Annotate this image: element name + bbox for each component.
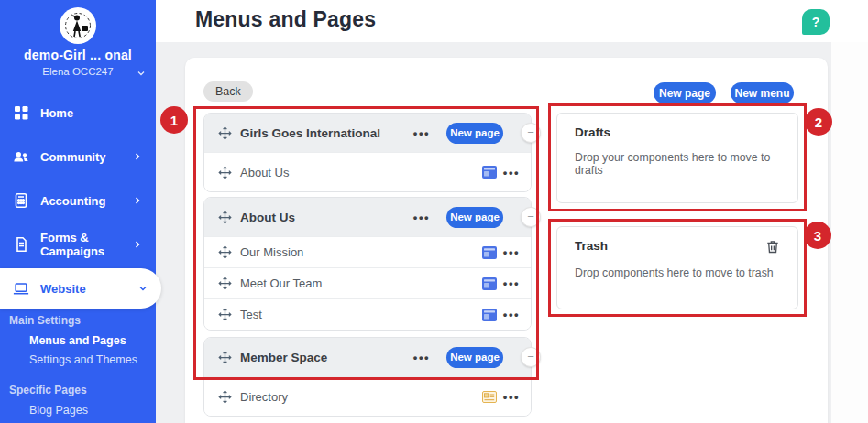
- right-panel-edge: [831, 42, 868, 423]
- move-handle-icon[interactable]: [218, 390, 232, 404]
- move-handle-icon[interactable]: [218, 166, 232, 179]
- menu-group-girls-goes-international: Girls Goes International ••• New page − …: [203, 113, 532, 192]
- chevron-down-icon: [137, 283, 148, 294]
- move-handle-icon[interactable]: [218, 126, 232, 140]
- annotation-badge-3: 3: [804, 222, 831, 249]
- page-row-label: Our Mission: [240, 245, 303, 259]
- more-options-button[interactable]: •••: [413, 352, 430, 363]
- more-options-button[interactable]: •••: [503, 391, 520, 403]
- sidebar: demo-Girl ... onal Elena OCC247 Home Com…: [0, 0, 156, 423]
- sidebar-item-label: Accounting: [40, 194, 106, 208]
- trash-icon[interactable]: [765, 239, 780, 255]
- sidebar-subnav: Main Settings Menus and Pages Settings a…: [0, 309, 156, 420]
- trash-title: Trash: [575, 239, 608, 253]
- page-layout-icon: [482, 277, 497, 290]
- menu-group-title: Member Space: [240, 351, 327, 364]
- new-page-button[interactable]: New page: [654, 82, 716, 103]
- page-row-label: Test: [240, 308, 262, 321]
- menu-group-header: Girls Goes International ••• New page −: [204, 114, 531, 152]
- back-button[interactable]: Back: [203, 81, 253, 102]
- collapse-button[interactable]: −: [521, 347, 541, 367]
- sidebar-item-label: Home: [40, 106, 73, 120]
- page-row[interactable]: Meet Our Team •••: [204, 267, 531, 298]
- trash-description: Drop components here to move to trash: [575, 266, 780, 279]
- page-row-label: Meet Our Team: [240, 277, 322, 290]
- move-handle-icon[interactable]: [218, 277, 232, 290]
- menu-group-header: Member Space ••• New page −: [204, 338, 531, 376]
- menu-group-member-space: Member Space ••• New page − Directory ••…: [203, 337, 532, 417]
- chevron-right-icon: [132, 239, 143, 250]
- menus-and-pages-card: Back New page New menu Girls Goes Intern…: [185, 58, 828, 423]
- page-row[interactable]: About Us •••: [204, 152, 531, 191]
- more-options-button[interactable]: •••: [503, 246, 520, 258]
- user-switcher[interactable]: Elena OCC247: [0, 66, 156, 77]
- sidebar-item-label: Community: [40, 150, 106, 164]
- sidebar-item-accounting[interactable]: Accounting: [0, 179, 156, 222]
- sidebar-item-label: Website: [40, 282, 86, 296]
- more-options-button[interactable]: •••: [413, 127, 430, 139]
- collapse-button[interactable]: −: [521, 207, 541, 227]
- move-handle-icon[interactable]: [218, 308, 232, 321]
- help-button[interactable]: ?: [802, 9, 830, 35]
- drafts-description: Drop your components here to move to dra…: [575, 151, 780, 177]
- page-layout-icon: [482, 166, 497, 179]
- page-row-label: About Us: [240, 166, 289, 179]
- chevron-right-icon: [132, 195, 143, 206]
- sidebar-item-menus-and-pages[interactable]: Menus and Pages: [0, 331, 156, 351]
- home-grid-icon: [13, 104, 29, 121]
- sidebar-item-website[interactable]: Website: [0, 268, 161, 309]
- page-row[interactable]: Our Mission •••: [204, 236, 531, 267]
- directory-card-icon: [482, 390, 497, 403]
- sidebar-item-community[interactable]: Community: [0, 135, 156, 179]
- community-people-icon: [13, 148, 29, 165]
- sidebar-item-home[interactable]: Home: [0, 91, 156, 135]
- menu-group-title: Girls Goes International: [240, 126, 380, 140]
- move-handle-icon[interactable]: [218, 351, 232, 364]
- move-handle-icon[interactable]: [218, 211, 232, 224]
- annotation-badge-2: 2: [805, 108, 832, 136]
- page-layout-icon: [482, 246, 497, 259]
- page-row[interactable]: Directory •••: [204, 376, 531, 416]
- new-page-button[interactable]: New page: [446, 123, 503, 144]
- org-title: demo-Girl ... onal: [0, 48, 156, 62]
- more-options-button[interactable]: •••: [413, 212, 430, 223]
- new-page-button[interactable]: New page: [446, 207, 503, 228]
- new-page-button[interactable]: New page: [446, 347, 503, 368]
- laptop-icon: [13, 280, 29, 297]
- sidebar-item-blog-pages[interactable]: Blog Pages: [0, 401, 156, 420]
- app-window: demo-Girl ... onal Elena OCC247 Home Com…: [0, 0, 868, 423]
- chevron-down-icon: [136, 68, 147, 79]
- calculator-icon: [13, 192, 29, 209]
- sidebar-item-forms-campaigns[interactable]: Forms & Campaigns: [0, 222, 156, 266]
- more-options-button[interactable]: •••: [503, 309, 520, 320]
- subnav-header-specific-pages: Specific Pages: [0, 379, 156, 401]
- page-row[interactable]: Test •••: [204, 298, 531, 330]
- sidebar-item-settings-and-themes[interactable]: Settings and Themes: [0, 351, 156, 370]
- page-title: Menus and Pages: [195, 7, 376, 32]
- new-menu-button[interactable]: New menu: [731, 82, 794, 103]
- sidebar-nav: Home Community Accounting For: [0, 91, 156, 309]
- page-header: Menus and Pages ?: [156, 0, 868, 42]
- page-row-label: Directory: [240, 390, 288, 404]
- menu-group-title: About Us: [240, 211, 295, 224]
- more-options-button[interactable]: •••: [503, 277, 520, 289]
- annotation-badge-1: 1: [160, 106, 188, 134]
- move-handle-icon[interactable]: [218, 245, 232, 259]
- menu-group-about-us: About Us ••• New page − Our Mission ••• …: [203, 197, 532, 331]
- collapse-button[interactable]: −: [521, 123, 541, 143]
- page-layout-icon: [482, 309, 497, 321]
- drafts-title: Drafts: [575, 125, 780, 139]
- girl-logo-icon: [60, 7, 96, 44]
- trash-dropzone[interactable]: Trash Drop components here to move to tr…: [556, 226, 798, 309]
- chevron-right-icon: [132, 151, 143, 162]
- more-options-button[interactable]: •••: [503, 167, 520, 179]
- org-logo[interactable]: [60, 7, 96, 44]
- drafts-dropzone[interactable]: Drafts Drop your components here to move…: [556, 113, 798, 203]
- subnav-header-main-settings: Main Settings: [0, 309, 156, 331]
- document-icon: [13, 236, 29, 253]
- menu-group-header: About Us ••• New page −: [204, 198, 531, 236]
